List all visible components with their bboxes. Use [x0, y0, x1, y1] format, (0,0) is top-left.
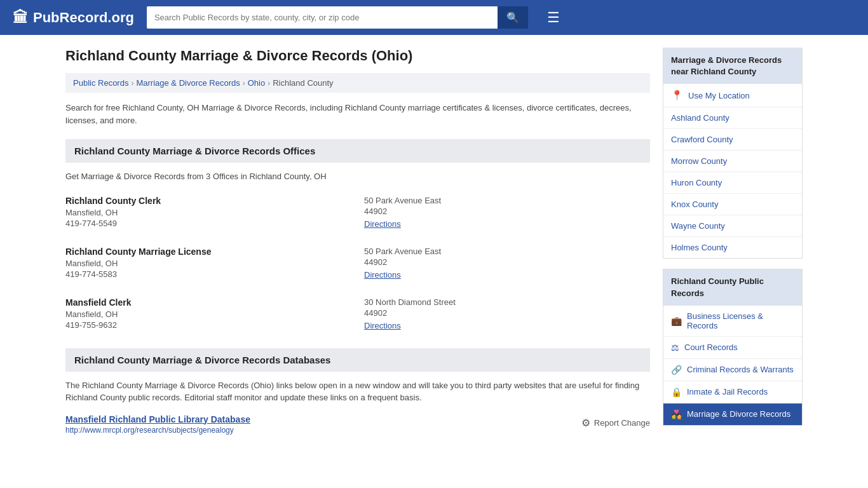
- office-phone: 419-774-5583: [65, 269, 351, 279]
- sidebar-public-record-item[interactable]: 🔒 Inmate & Jail Records: [663, 381, 802, 403]
- site-header: 🏛 PubRecord.org 🔍 ☰: [0, 0, 868, 35]
- sidebar-nearby-county[interactable]: Knox County: [663, 194, 802, 215]
- breadcrumb-sep-1: ›: [131, 79, 133, 88]
- record-type-label: Criminal Records & Warrants: [687, 365, 794, 374]
- office-name: Richland County Clerk: [65, 196, 351, 206]
- page-description: Search for free Richland County, OH Marr…: [65, 102, 650, 126]
- page-title: Richland County Marriage & Divorce Recor…: [65, 48, 650, 64]
- logo-text: PubRecord.org: [33, 10, 134, 26]
- breadcrumb-ohio[interactable]: Ohio: [248, 78, 265, 88]
- record-type-label: Court Records: [684, 342, 738, 352]
- office-address: 50 Park Avenue East: [364, 196, 650, 205]
- sidebar-nearby-county[interactable]: Crawford County: [663, 129, 802, 151]
- nearby-header: Marriage & Divorce Records near Richland…: [663, 48, 802, 84]
- record-type-icon: ⚖: [671, 342, 679, 353]
- sidebar: Marriage & Divorce Records near Richland…: [663, 48, 803, 440]
- office-name: Mansfield Clerk: [65, 297, 351, 308]
- logo-icon: 🏛: [13, 9, 28, 27]
- offices-subtext: Get Marriage & Divorce Records from 3 Of…: [65, 170, 650, 183]
- main-content: Richland County Marriage & Divorce Recor…: [65, 48, 650, 440]
- report-change-button[interactable]: ⚙ Report Change: [581, 417, 650, 429]
- databases-list: Mansfield Richland Public Library Databa…: [65, 414, 650, 435]
- directions-link[interactable]: Directions: [364, 219, 401, 229]
- office-zip: 44902: [364, 308, 650, 318]
- use-my-location[interactable]: 📍 Use My Location: [663, 84, 802, 107]
- search-input[interactable]: [147, 6, 498, 29]
- databases-description: The Richland County Marriage & Divorce R…: [65, 379, 650, 404]
- nearby-box: Marriage & Divorce Records near Richland…: [663, 48, 803, 259]
- sidebar-public-record-item[interactable]: 🔗 Criminal Records & Warrants: [663, 359, 802, 381]
- public-records-box: Richland County Public Records 💼 Busines…: [663, 269, 803, 425]
- breadcrumb-public-records[interactable]: Public Records: [73, 78, 128, 88]
- search-button[interactable]: 🔍: [498, 6, 528, 29]
- hamburger-icon: ☰: [547, 10, 560, 25]
- use-location-label: Use My Location: [688, 91, 750, 100]
- office-phone: 419-774-5549: [65, 219, 351, 228]
- nearby-counties-list: Ashland CountyCrawford CountyMorrow Coun…: [663, 107, 802, 258]
- record-type-icon: 💑: [671, 409, 682, 419]
- public-records-header: Richland County Public Records: [663, 269, 802, 305]
- offices-list: Richland County Clerk Mansfield, OH 419-…: [65, 196, 650, 334]
- search-form: 🔍: [147, 6, 528, 29]
- breadcrumb-sep-3: ›: [268, 79, 270, 88]
- record-type-label: Inmate & Jail Records: [687, 387, 768, 396]
- record-type-icon: 🔒: [671, 387, 682, 397]
- record-type-icon: 🔗: [671, 365, 682, 375]
- office-city: Mansfield, OH: [65, 208, 351, 217]
- breadcrumb-current: Richland County: [273, 78, 333, 88]
- offices-section-header: Richland County Marriage & Divorce Recor…: [65, 139, 650, 163]
- location-icon: 📍: [671, 90, 683, 101]
- office-zip: 44902: [364, 257, 650, 267]
- breadcrumb: Public Records › Marriage & Divorce Reco…: [65, 73, 650, 93]
- sidebar-nearby-county[interactable]: Morrow County: [663, 151, 802, 172]
- office-zip: 44902: [364, 207, 650, 216]
- office-phone: 419-755-9632: [65, 320, 351, 330]
- record-type-label: Business Licenses & Records: [687, 311, 794, 330]
- sidebar-public-record-item[interactable]: 💑 Marriage & Divorce Records: [663, 403, 802, 425]
- office-city: Mansfield, OH: [65, 309, 351, 319]
- office-entry: Mansfield Clerk Mansfield, OH 419-755-96…: [65, 297, 650, 334]
- office-city: Mansfield, OH: [65, 259, 351, 268]
- sidebar-nearby-county[interactable]: Huron County: [663, 172, 802, 194]
- sidebar-nearby-county[interactable]: Ashland County: [663, 107, 802, 129]
- office-entry: Richland County Clerk Mansfield, OH 419-…: [65, 196, 650, 233]
- sidebar-public-record-item[interactable]: 💼 Business Licenses & Records: [663, 306, 802, 337]
- site-logo[interactable]: 🏛 PubRecord.org: [13, 9, 134, 27]
- office-address: 30 North Diamond Street: [364, 297, 650, 307]
- directions-link[interactable]: Directions: [364, 270, 401, 280]
- sidebar-nearby-county[interactable]: Wayne County: [663, 215, 802, 237]
- databases-section-header: Richland County Marriage & Divorce Recor…: [65, 348, 650, 372]
- directions-link[interactable]: Directions: [364, 321, 401, 330]
- record-type-icon: 💼: [671, 316, 682, 326]
- public-records-list: 💼 Business Licenses & Records ⚖ Court Re…: [663, 306, 802, 425]
- breadcrumb-sep-2: ›: [243, 79, 245, 88]
- menu-button[interactable]: ☰: [547, 10, 560, 26]
- office-entry: Richland County Marriage License Mansfie…: [65, 247, 650, 283]
- sidebar-public-record-item[interactable]: ⚖ Court Records: [663, 337, 802, 359]
- database-url: http://www.mrcpl.org/research/subjects/g…: [65, 426, 234, 435]
- breadcrumb-marriage-records[interactable]: Marriage & Divorce Records: [136, 78, 240, 88]
- database-link[interactable]: Mansfield Richland Public Library Databa…: [65, 414, 250, 424]
- office-name: Richland County Marriage License: [65, 247, 351, 257]
- sidebar-nearby-county[interactable]: Holmes County: [663, 237, 802, 258]
- report-icon: ⚙: [581, 417, 590, 429]
- search-icon: 🔍: [506, 12, 519, 23]
- database-entry: Mansfield Richland Public Library Databa…: [65, 414, 650, 435]
- record-type-label: Marriage & Divorce Records: [687, 409, 790, 419]
- office-address: 50 Park Avenue East: [364, 247, 650, 256]
